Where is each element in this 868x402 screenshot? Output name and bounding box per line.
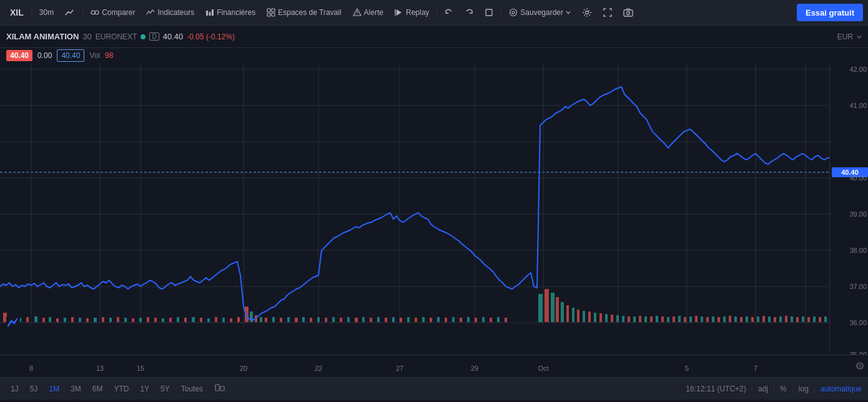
svg-rect-148 [757, 316, 759, 322]
currency-chevron-icon [857, 34, 862, 39]
vol-value: 98 [105, 51, 113, 60]
svg-rect-112 [556, 297, 559, 322]
svg-rect-48 [64, 318, 66, 322]
period-1j[interactable]: 1J [6, 383, 23, 395]
interval-button[interactable]: 30m [34, 4, 59, 21]
svg-rect-125 [628, 316, 630, 322]
toolbar-sep-4 [501, 6, 501, 19]
svg-rect-2 [206, 11, 208, 16]
time-label-22: 22 [315, 365, 322, 372]
rectangle-tool[interactable] [480, 4, 498, 21]
redo-button[interactable] [460, 4, 478, 21]
svg-rect-97 [422, 317, 425, 322]
period-6m[interactable]: 6M [88, 383, 107, 395]
symbol-exchange: EURONEXT [96, 32, 137, 41]
svg-rect-107 [497, 317, 500, 322]
log-label[interactable]: log [799, 385, 809, 393]
svg-rect-50 [79, 318, 81, 322]
adj-label[interactable]: adj [758, 385, 768, 393]
svg-rect-6 [272, 9, 275, 12]
svg-rect-126 [633, 316, 636, 322]
svg-rect-155 [796, 317, 799, 322]
svg-rect-53 [102, 317, 104, 322]
compare-label: Comparer [102, 8, 135, 17]
compare-chart-icon[interactable] [215, 383, 225, 394]
fullscreen-button[interactable] [598, 4, 617, 21]
sep2: | [773, 385, 775, 393]
essai-button[interactable]: Essai gratuit [797, 4, 863, 21]
svg-rect-69 [222, 318, 225, 322]
chart-area[interactable]: 42.00 41.00 40.40 40.00 39.00 38.00 37.0… [0, 63, 868, 355]
undo-button[interactable] [440, 4, 458, 21]
period-ytd[interactable]: YTD [109, 383, 133, 395]
alert-button[interactable]: Alerte [348, 4, 388, 21]
svg-rect-130 [656, 316, 658, 322]
svg-rect-8 [272, 13, 275, 16]
percent-label[interactable]: % [780, 385, 787, 393]
svg-rect-17 [624, 10, 633, 16]
compare-button[interactable]: Comparer [86, 4, 140, 21]
workspaces-button[interactable]: Espaces de Travail [262, 4, 346, 21]
svg-rect-121 [605, 314, 608, 322]
camera-button[interactable] [618, 4, 638, 21]
svg-rect-129 [650, 316, 653, 322]
svg-rect-99 [437, 317, 440, 322]
svg-point-14 [510, 9, 517, 16]
save-button[interactable]: Sauvegarder [504, 4, 576, 21]
svg-rect-164 [220, 386, 224, 391]
indicators-button[interactable]: Indicateurs [141, 4, 199, 21]
replay-button[interactable]: Replay [390, 4, 434, 21]
rectangle-icon [485, 8, 493, 17]
period-1y[interactable]: 1Y [136, 383, 154, 395]
chart-type-button[interactable] [60, 4, 80, 21]
period-5y[interactable]: 5Y [156, 383, 174, 395]
svg-point-162 [857, 363, 863, 369]
time-settings-icon[interactable] [856, 361, 864, 372]
auto-label[interactable]: automatique [821, 385, 862, 393]
period-3m[interactable]: 3M [66, 383, 86, 395]
svg-rect-54 [109, 318, 112, 322]
svg-rect-109 [538, 294, 543, 322]
alert-icon [353, 8, 362, 17]
svg-rect-158 [813, 316, 816, 322]
settings-button[interactable] [577, 4, 597, 21]
svg-rect-46 [49, 317, 51, 322]
financials-label: Financières [217, 8, 255, 17]
svg-rect-124 [622, 316, 624, 322]
period-5j[interactable]: 5J [26, 383, 42, 395]
svg-rect-51 [86, 318, 89, 322]
financials-button[interactable]: Financières [200, 4, 260, 21]
svg-rect-62 [169, 318, 172, 322]
toolbar-symbol[interactable]: XIL [5, 5, 29, 20]
alert-label: Alerte [364, 8, 383, 17]
svg-rect-114 [566, 305, 569, 322]
period-toutes[interactable]: Toutes [177, 383, 207, 395]
price-label-39: 39.00 [831, 210, 867, 218]
svg-marker-11 [397, 9, 402, 16]
camera-icon [623, 8, 633, 17]
svg-rect-127 [639, 316, 641, 322]
price-label-40: 40.00 [831, 174, 867, 182]
svg-rect-108 [505, 318, 507, 322]
replay-label: Replay [406, 8, 429, 17]
svg-rect-85 [332, 317, 335, 322]
svg-rect-143 [729, 316, 731, 322]
svg-rect-65 [192, 317, 195, 322]
time-label-20: 20 [240, 365, 247, 372]
toolbar-sep-2 [82, 6, 83, 19]
svg-rect-144 [734, 316, 737, 322]
svg-rect-90 [370, 318, 372, 322]
period-1m[interactable]: 1M [44, 383, 64, 395]
svg-rect-159 [819, 317, 821, 322]
svg-rect-156 [802, 316, 804, 322]
svg-rect-160 [824, 316, 827, 322]
svg-rect-120 [599, 313, 602, 322]
svg-rect-135 [684, 317, 686, 322]
ohlc-row: 40.40 0.00 40.40 Vol 98 [0, 48, 868, 63]
svg-rect-61 [162, 318, 164, 322]
svg-rect-136 [689, 316, 692, 322]
save-label: Sauvegarder [520, 8, 563, 17]
svg-rect-45 [42, 318, 45, 322]
toolbar: XIL 30m Comparer Indicateurs Financières… [0, 0, 868, 26]
svg-rect-67 [207, 318, 210, 322]
